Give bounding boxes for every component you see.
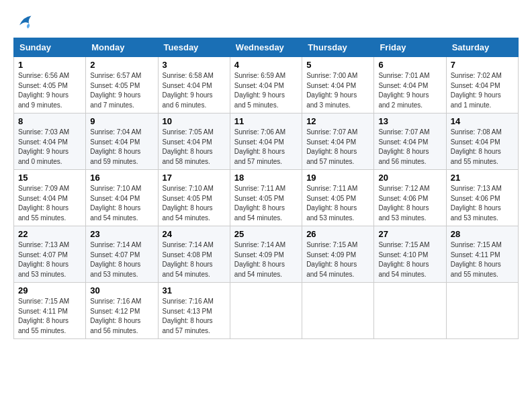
day-info: Sunrise: 7:06 AMSunset: 4:04 PMDaylight:… [234,128,298,167]
day-info: Sunrise: 7:16 AMSunset: 4:13 PMDaylight:… [163,297,226,336]
weekday-header-monday: Monday [86,38,158,57]
weekday-header-row: SundayMondayTuesdayWednesdayThursdayFrid… [14,38,519,57]
day-number: 26 [306,229,369,239]
header [13,12,519,31]
week-row-4: 22Sunrise: 7:13 AMSunset: 4:07 PMDayligh… [14,226,519,283]
calendar-cell: 9Sunrise: 7:04 AMSunset: 4:04 PMDaylight… [86,113,158,170]
day-number: 3 [163,60,226,70]
calendar-cell: 3Sunrise: 6:58 AMSunset: 4:04 PMDaylight… [158,57,230,113]
logo [13,12,34,31]
day-number: 20 [378,173,441,183]
week-row-2: 8Sunrise: 7:03 AMSunset: 4:04 PMDaylight… [14,113,519,170]
day-info: Sunrise: 7:15 AMSunset: 4:11 PMDaylight:… [451,240,514,279]
week-row-1: 1Sunrise: 6:56 AMSunset: 4:05 PMDaylight… [14,57,519,113]
day-info: Sunrise: 7:03 AMSunset: 4:04 PMDaylight:… [18,128,81,167]
calendar-cell: 20Sunrise: 7:12 AMSunset: 4:06 PMDayligh… [374,170,446,226]
day-number: 5 [306,60,369,70]
day-number: 12 [306,116,369,126]
calendar-cell: 19Sunrise: 7:11 AMSunset: 4:05 PMDayligh… [302,170,374,226]
day-info: Sunrise: 6:59 AMSunset: 4:04 PMDaylight:… [234,71,298,110]
calendar-cell: 2Sunrise: 6:57 AMSunset: 4:05 PMDaylight… [86,57,158,113]
day-number: 30 [90,285,153,295]
day-number: 22 [18,229,81,239]
calendar-cell: 5Sunrise: 7:00 AMSunset: 4:04 PMDaylight… [302,57,374,113]
calendar-cell: 23Sunrise: 7:14 AMSunset: 4:07 PMDayligh… [86,226,158,283]
day-number: 11 [234,116,298,126]
day-info: Sunrise: 7:00 AMSunset: 4:04 PMDaylight:… [306,71,369,110]
weekday-header-tuesday: Tuesday [158,38,230,57]
calendar-cell [230,283,302,339]
calendar-cell: 18Sunrise: 7:11 AMSunset: 4:05 PMDayligh… [230,170,302,226]
page: SundayMondayTuesdayWednesdayThursdayFrid… [0,0,532,346]
day-info: Sunrise: 7:13 AMSunset: 4:07 PMDaylight:… [18,240,81,279]
day-number: 6 [378,60,441,70]
day-info: Sunrise: 7:14 AMSunset: 4:07 PMDaylight:… [90,240,153,279]
calendar-cell: 12Sunrise: 7:07 AMSunset: 4:04 PMDayligh… [302,113,374,170]
calendar-cell: 15Sunrise: 7:09 AMSunset: 4:04 PMDayligh… [14,170,86,226]
day-info: Sunrise: 7:12 AMSunset: 4:06 PMDaylight:… [378,184,441,223]
day-info: Sunrise: 7:05 AMSunset: 4:04 PMDaylight:… [163,128,226,167]
calendar-cell: 31Sunrise: 7:16 AMSunset: 4:13 PMDayligh… [158,283,230,339]
weekday-header-saturday: Saturday [446,38,518,57]
day-number: 19 [306,173,369,183]
day-number: 31 [163,285,226,295]
day-info: Sunrise: 7:01 AMSunset: 4:04 PMDaylight:… [378,71,441,110]
calendar-cell: 17Sunrise: 7:10 AMSunset: 4:05 PMDayligh… [158,170,230,226]
day-info: Sunrise: 7:16 AMSunset: 4:12 PMDaylight:… [90,297,153,336]
calendar-cell [302,283,374,339]
day-info: Sunrise: 7:02 AMSunset: 4:04 PMDaylight:… [451,71,514,110]
calendar-cell: 14Sunrise: 7:08 AMSunset: 4:04 PMDayligh… [446,113,518,170]
day-number: 29 [18,285,81,295]
calendar-cell: 11Sunrise: 7:06 AMSunset: 4:04 PMDayligh… [230,113,302,170]
day-number: 18 [234,173,298,183]
day-number: 7 [451,60,514,70]
day-number: 4 [234,60,298,70]
day-number: 23 [90,229,153,239]
day-info: Sunrise: 7:14 AMSunset: 4:09 PMDaylight:… [234,240,298,279]
day-info: Sunrise: 7:10 AMSunset: 4:05 PMDaylight:… [163,184,226,223]
calendar-cell: 1Sunrise: 6:56 AMSunset: 4:05 PMDaylight… [14,57,86,113]
day-info: Sunrise: 7:04 AMSunset: 4:04 PMDaylight:… [90,128,153,167]
calendar-cell: 28Sunrise: 7:15 AMSunset: 4:11 PMDayligh… [446,226,518,283]
day-info: Sunrise: 6:58 AMSunset: 4:04 PMDaylight:… [163,71,226,110]
day-number: 25 [234,229,298,239]
day-info: Sunrise: 6:56 AMSunset: 4:05 PMDaylight:… [18,71,81,110]
day-number: 28 [451,229,514,239]
calendar-cell [374,283,446,339]
calendar-cell: 24Sunrise: 7:14 AMSunset: 4:08 PMDayligh… [158,226,230,283]
day-number: 13 [378,116,441,126]
day-info: Sunrise: 7:13 AMSunset: 4:06 PMDaylight:… [451,184,514,223]
calendar: SundayMondayTuesdayWednesdayThursdayFrid… [13,38,519,339]
day-number: 1 [18,60,81,70]
day-info: Sunrise: 7:07 AMSunset: 4:04 PMDaylight:… [378,128,441,167]
day-info: Sunrise: 6:57 AMSunset: 4:05 PMDaylight:… [90,71,153,110]
day-info: Sunrise: 7:15 AMSunset: 4:11 PMDaylight:… [18,297,81,336]
calendar-cell: 13Sunrise: 7:07 AMSunset: 4:04 PMDayligh… [374,113,446,170]
day-info: Sunrise: 7:10 AMSunset: 4:04 PMDaylight:… [90,184,153,223]
week-row-5: 29Sunrise: 7:15 AMSunset: 4:11 PMDayligh… [14,283,519,339]
calendar-cell: 25Sunrise: 7:14 AMSunset: 4:09 PMDayligh… [230,226,302,283]
calendar-cell: 8Sunrise: 7:03 AMSunset: 4:04 PMDaylight… [14,113,86,170]
day-number: 16 [90,173,153,183]
weekday-header-friday: Friday [374,38,446,57]
calendar-cell: 29Sunrise: 7:15 AMSunset: 4:11 PMDayligh… [14,283,86,339]
day-number: 27 [378,229,441,239]
day-number: 10 [163,116,226,126]
day-number: 9 [90,116,153,126]
day-number: 2 [90,60,153,70]
weekday-header-wednesday: Wednesday [230,38,302,57]
calendar-cell: 27Sunrise: 7:15 AMSunset: 4:10 PMDayligh… [374,226,446,283]
day-info: Sunrise: 7:15 AMSunset: 4:09 PMDaylight:… [306,240,369,279]
logo-icon [15,12,34,31]
calendar-cell [446,283,518,339]
day-info: Sunrise: 7:11 AMSunset: 4:05 PMDaylight:… [306,184,369,223]
day-number: 24 [163,229,226,239]
day-number: 17 [163,173,226,183]
day-info: Sunrise: 7:14 AMSunset: 4:08 PMDaylight:… [163,240,226,279]
day-info: Sunrise: 7:07 AMSunset: 4:04 PMDaylight:… [306,128,369,167]
calendar-cell: 30Sunrise: 7:16 AMSunset: 4:12 PMDayligh… [86,283,158,339]
day-info: Sunrise: 7:15 AMSunset: 4:10 PMDaylight:… [378,240,441,279]
weekday-header-sunday: Sunday [14,38,86,57]
weekday-header-thursday: Thursday [302,38,374,57]
day-number: 21 [451,173,514,183]
